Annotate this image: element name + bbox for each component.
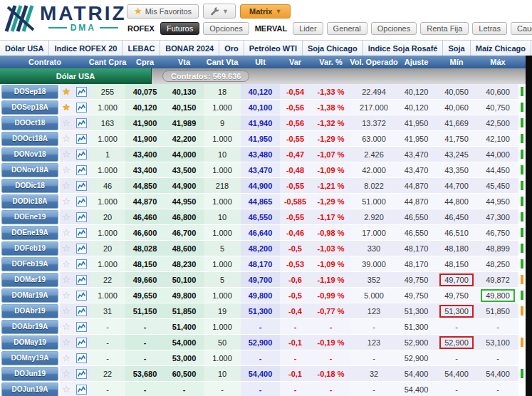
settings-wrench-button[interactable]: ▼ [203,4,236,19]
cell-cant-vta[interactable]: 18 [204,84,241,100]
cell-cant-cpra[interactable]: - [90,382,125,396]
favorite-star-icon[interactable]: ☆ [62,338,71,347]
tab-indice-soja-rosaf-[interactable]: Indice Soja Rosafé [363,41,444,56]
contract-button[interactable]: DONov18A [1,163,58,177]
rofex-futuros-button[interactable]: Futuros [160,22,199,35]
cell-vta[interactable]: 48,230 [165,256,204,272]
contract-button[interactable]: DOOct18A [1,132,58,146]
cell-cant-vta[interactable]: 1.000 [204,256,241,272]
cell-cpra[interactable]: 43,400 [125,147,165,162]
favorite-star-icon[interactable]: ☆ [62,385,71,394]
column-header-ajuste[interactable]: Ajuste [397,56,436,68]
cell-cant-cpra[interactable]: 1.000 [90,131,125,147]
cell-cpra[interactable]: 48,150 [125,256,165,272]
favorite-star-icon[interactable]: ☆ [62,134,71,143]
cell-vta[interactable]: 48,600 [165,241,204,256]
column-header-var-[interactable]: Var. % [311,56,351,68]
matrix-dropdown-button[interactable]: Matrix ▼ [240,4,291,19]
favorites-button[interactable]: ★ Mis Favoritos [127,4,199,19]
rofex-opciones-button[interactable]: Opciones [203,22,249,35]
cell-cpra[interactable]: 49,650 [125,288,165,303]
tab-soja[interactable]: Soja [443,41,470,56]
merval-cauciones-button[interactable]: Cauciones [511,22,532,35]
favorite-star-icon[interactable]: ★ [62,103,71,112]
favorite-star-icon[interactable]: ☆ [62,259,71,269]
favorite-star-icon[interactable]: ☆ [62,212,71,222]
merval-lider-button[interactable]: Lider [293,22,323,35]
cell-cant-vta[interactable]: 50 [204,335,241,350]
cell-cpra[interactable]: 40,075 [125,84,165,100]
chart-icon[interactable] [76,322,87,332]
cell-cant-vta[interactable]: 10 [204,209,241,225]
cell-cpra[interactable]: 48,028 [125,241,165,256]
cell-cant-vta[interactable]: - [204,382,241,396]
column-header-m-x[interactable]: Máx [477,56,518,68]
cell-cant-cpra[interactable]: 1.000 [90,225,125,241]
contract-button[interactable]: DOEne19 [1,210,58,224]
cell-vta[interactable]: 44,950 [165,194,204,209]
contract-button[interactable]: DOMar19A [1,288,58,303]
cell-vta[interactable]: 44,900 [165,178,204,194]
contract-button[interactable]: DOAbr19 [1,304,58,318]
contract-button[interactable]: DOJun19 [1,367,58,381]
cell-cant-cpra[interactable]: 1.000 [90,162,125,178]
favorite-star-icon[interactable]: ☆ [62,181,71,190]
tab-bonar-2024[interactable]: BONAR 2024 [160,41,219,56]
cell-vta[interactable]: 40,130 [165,84,204,100]
cell-cant-vta[interactable]: 1.000 [204,225,241,241]
favorite-star-icon[interactable]: ☆ [62,275,71,284]
cell-cant-cpra[interactable]: 31 [90,303,125,319]
cell-vta[interactable]: 54,000 [165,335,204,350]
cell-cant-vta[interactable]: 1.000 [204,100,241,115]
contract-button[interactable]: DOEne19A [1,226,58,240]
merval-renta-fija-button[interactable]: Renta Fija [420,22,469,35]
cell-cant-cpra[interactable]: 22 [90,272,125,288]
cell-cant-vta[interactable]: 10 [204,147,241,162]
cell-cant-cpra[interactable]: 1.000 [90,288,125,303]
favorite-star-icon[interactable]: ☆ [62,353,71,363]
cell-cpra[interactable]: 44,850 [125,178,165,194]
contract-button[interactable]: DOFeb19A [1,257,58,271]
cell-cant-cpra[interactable]: - [90,335,125,350]
chart-icon[interactable] [76,197,87,207]
cell-cant-cpra[interactable]: - [90,350,125,366]
cell-cpra[interactable]: - [125,335,165,350]
merval-letras-button[interactable]: Letras [472,22,507,35]
cell-cant-cpra[interactable]: 22 [90,366,125,382]
cell-vta[interactable]: 60,500 [165,366,204,382]
cell-vta[interactable]: 46,800 [165,209,204,225]
cell-cant-vta[interactable]: 218 [204,178,241,194]
cell-cant-vta[interactable]: 5 [204,272,241,288]
contract-button[interactable]: DONov18 [1,147,58,162]
chart-icon[interactable] [76,165,87,175]
cell-cpra[interactable]: 41,900 [125,115,165,131]
cell-cpra[interactable]: 46,600 [125,225,165,241]
chart-icon[interactable] [76,118,87,128]
chart-icon[interactable] [76,87,87,97]
contract-button[interactable]: DOOct18 [1,116,58,130]
chart-icon[interactable] [76,291,87,301]
tab-d-lar-usa[interactable]: Dólar USA [0,41,49,56]
tab-ma-z-chicago[interactable]: Maíz Chicago [471,41,531,56]
cell-vta[interactable]: 53,000 [165,350,204,366]
column-header-cant-cpra[interactable]: Cant Cpra [90,56,125,68]
chart-icon[interactable] [76,306,87,316]
cell-cant-cpra[interactable]: 1 [90,147,125,162]
column-header-cant-vta[interactable]: Cant Vta [204,56,241,68]
chart-icon[interactable] [76,150,87,160]
column-header-cpra[interactable]: Cpra [125,56,165,68]
cell-cant-cpra[interactable]: 20 [90,241,125,256]
favorite-star-icon[interactable]: ☆ [62,228,71,237]
cell-cant-cpra[interactable]: 1.000 [90,194,125,209]
column-header-ult[interactable]: Ult [241,56,280,68]
favorite-star-icon[interactable]: ☆ [62,322,71,331]
cell-cpra[interactable]: 49,660 [125,272,165,288]
cell-cant-vta[interactable]: 19 [204,303,241,319]
chart-icon[interactable] [76,259,87,269]
cell-cpra[interactable]: 53,680 [125,366,165,382]
column-header-var[interactable]: Var [280,56,311,68]
column-header-vol-operado[interactable]: Vol. Operado [351,56,397,68]
chart-icon[interactable] [76,244,87,254]
contract-button[interactable]: DOSep18A [1,100,58,115]
cell-cant-cpra[interactable]: - [90,319,125,335]
